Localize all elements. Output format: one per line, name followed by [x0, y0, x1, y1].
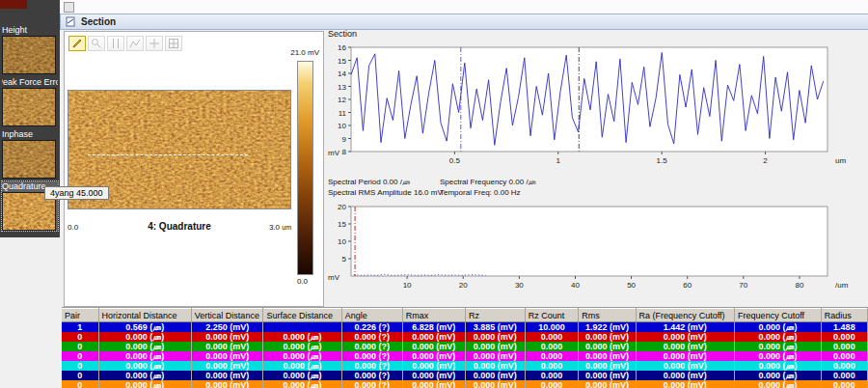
y-tick-label: 13 [338, 83, 346, 92]
column-header[interactable]: Ra (Frequency Cutoff) [636, 309, 735, 322]
table-cell: 0.000 (?) [341, 361, 402, 371]
magnifier-icon [91, 38, 102, 49]
marker-draw-button[interactable] [68, 36, 86, 51]
spectrum-chart[interactable]: 51015201020304050607080mV/um [326, 201, 862, 297]
sidebar-item-label: Height [2, 25, 58, 36]
image-panel: 0.0 4: Quadrature 3.0 um 21.0 mV 0.0 [64, 31, 324, 307]
analysis-pane: Section 89101112131415160.511.52mVum Spe… [326, 29, 868, 307]
sidebar-item-height[interactable]: Height [2, 25, 58, 74]
table-cell: 0.000 (mV) [579, 380, 636, 388]
table-cell: 0.000 [525, 351, 579, 361]
profile-button[interactable] [126, 36, 144, 51]
sidebar-item-peak-force-error[interactable]: Peak Force Error [2, 77, 58, 126]
column-header[interactable]: Horizontal Distance [98, 309, 191, 322]
grid-button[interactable] [165, 36, 182, 51]
column-header[interactable]: Angle [341, 309, 402, 322]
table-cell: 0.000 (mV) [402, 332, 465, 342]
x-tick-label: 50 [627, 281, 636, 290]
column-header[interactable]: Rmax [402, 309, 465, 322]
x-tick-label: 80 [795, 281, 803, 290]
table-row[interactable]: 00.000 (㎛)0.000 (mV)0.000 (㎛)0.000 (?)0.… [62, 351, 868, 361]
table-cell: 0 [62, 371, 98, 380]
top-strip [60, 0, 868, 14]
table-cell: 0.000 (mV) [579, 361, 636, 371]
column-header[interactable]: Rz [466, 309, 526, 322]
temporal-freq-label: Temporal Freq: 0.00 Hz [440, 188, 521, 197]
table-cell: 0.000 (㎛) [98, 332, 191, 342]
zoom-button[interactable] [88, 36, 105, 51]
table-row[interactable]: 00.000 (㎛)0.000 (mV)0.000 (㎛)0.000 (?)0.… [62, 342, 868, 351]
table-cell: 0.000 [525, 371, 579, 380]
inphase-thumbnail[interactable] [2, 140, 56, 179]
chart-line-icon [129, 38, 141, 49]
x-tick-label: 10 [403, 281, 412, 290]
column-header[interactable]: Surface Distance [263, 309, 341, 322]
tooltip: 4yang 45.000 [44, 186, 109, 200]
y-tick-label: 10 [338, 122, 346, 130]
table-cell: 0.000 (㎛) [735, 371, 822, 380]
y-tick-label: 14 [338, 69, 346, 78]
peak-force-error-thumbnail[interactable] [2, 88, 56, 126]
table-cell: 0.000 [821, 342, 867, 351]
table-cell: 0.000 (mV) [402, 371, 465, 380]
column-header[interactable]: Rms [579, 309, 636, 322]
table-cell: 0.000 [821, 371, 867, 380]
column-header[interactable]: Pair [62, 309, 98, 322]
y-axis-unit: mV [328, 273, 340, 282]
table-cell: 0.000 (mV) [402, 361, 465, 371]
section-line[interactable] [88, 154, 248, 155]
table-row[interactable]: 00.000 (㎛)0.000 (mV)0.000 (㎛)0.000 (?)0.… [62, 332, 868, 342]
table-cell: 0.000 (㎛) [735, 380, 822, 388]
y-tick-label: 15 [338, 57, 346, 66]
channel-sidebar: Height Peak Force Error Inphase Quadratu… [0, 0, 60, 237]
table-cell: 0.000 (㎛) [98, 371, 191, 380]
document-icon [64, 2, 74, 13]
table-header-row: PairHorizontal DistanceVertical Distance… [62, 309, 868, 322]
column-header[interactable]: Vertical Distance [191, 309, 263, 322]
grid-icon [168, 38, 179, 49]
table-cell: 1.442 (mV) [636, 322, 735, 333]
spectral-period-label: Spectral Period 0.00 /㎛ [328, 177, 410, 187]
plot-area [351, 47, 827, 152]
plot-area [351, 207, 827, 276]
page-title: Section [81, 16, 116, 27]
table-cell: 0.000 (mV) [191, 371, 263, 380]
column-header[interactable]: Radius [821, 309, 867, 322]
table-cell: 0.000 (㎛) [735, 351, 822, 361]
table-cell: 0 [62, 380, 98, 388]
table-row[interactable]: 00.000 (㎛)0.000 (mV)0.000 (㎛)0.000 (?)0.… [62, 361, 868, 371]
app-window: Section Height Peak Force Error Inphase … [0, 0, 868, 388]
y-tick-label: 15 [338, 220, 346, 229]
x-tick-label: 60 [683, 281, 692, 290]
table-cell: 0.000 (㎛) [98, 361, 191, 371]
table-cell: 0.000 (mV) [402, 342, 465, 351]
table-cell: 0 [62, 332, 98, 342]
profile-chart-title: Section [328, 29, 357, 39]
section-titlebar: Section [60, 14, 868, 30]
table-cell: 0.000 (mV) [636, 371, 735, 380]
color-scale-bar [297, 61, 313, 275]
table-cell: 0.000 (?) [341, 380, 402, 388]
table-cell: 0.000 (㎛) [735, 361, 822, 371]
table-row[interactable]: 00.000 (㎛)0.000 (mV)0.000 (㎛)0.000 (?)0.… [62, 371, 868, 380]
column-header[interactable]: Rz Count [525, 309, 579, 322]
column-header[interactable]: Frequency Cutoff [735, 309, 822, 322]
section-icon [66, 16, 76, 27]
table-cell: 6.828 (mV) [402, 322, 465, 333]
table-cell: 0.000 [821, 332, 867, 342]
x-tick-label: 0.5 [449, 156, 461, 165]
table-cell: 0.000 (㎛) [735, 332, 822, 342]
table-cell: 0.000 [821, 361, 867, 371]
height-thumbnail[interactable] [2, 36, 56, 74]
table-cell: 0.000 (㎛) [263, 351, 341, 361]
table-row[interactable]: 10.569 (㎛)2.250 (mV)0.226 (?)6.828 (mV)3… [62, 322, 868, 333]
table-cell: 0.000 (㎛) [263, 361, 341, 371]
table-row[interactable]: 00.000 (㎛)0.000 (mV)0.000 (㎛)0.000 (?)0.… [62, 380, 868, 388]
section-profile-chart[interactable]: 89101112131415160.511.52mVum [326, 40, 862, 177]
crosshair-button[interactable] [146, 36, 163, 51]
x-tick-label: 40 [571, 281, 580, 290]
scale-max-label: 3.0 um [269, 223, 291, 232]
pencil-icon [71, 38, 83, 49]
sidebar-item-inphase[interactable]: Inphase [2, 129, 58, 179]
marker-pair-button[interactable] [107, 36, 124, 51]
